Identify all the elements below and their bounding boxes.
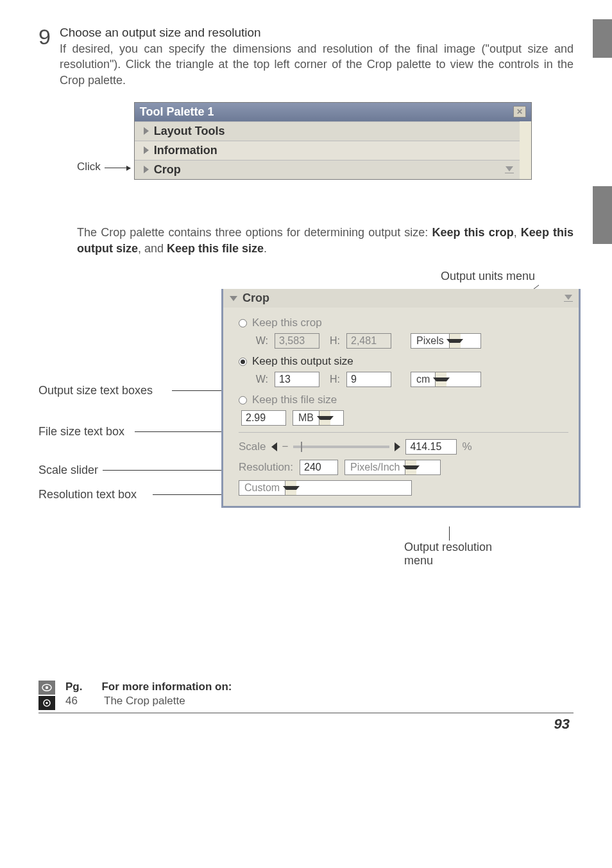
- footer-col-pg: Pg.: [65, 681, 82, 693]
- footer: Pg. For more information on: 46 The Crop…: [38, 681, 574, 713]
- chevron-right-icon: [144, 127, 149, 135]
- section-label: Layout Tools: [154, 125, 225, 138]
- w-label: W:: [254, 374, 268, 385]
- step-title: Choose an output size and resolution: [60, 26, 574, 40]
- text-bold: Keep this file size: [167, 242, 264, 255]
- h-label: H:: [326, 335, 340, 347]
- scale-percent: %: [462, 440, 472, 453]
- triangle-left-icon[interactable]: [271, 442, 277, 451]
- footer-col-info: For more information on:: [101, 681, 232, 693]
- crop-height-field[interactable]: 2,481: [346, 333, 391, 349]
- radio-icon: [239, 396, 247, 404]
- annotation-line: [103, 470, 228, 471]
- crop-units-select[interactable]: Pixels: [411, 333, 481, 349]
- output-units-select[interactable]: cm: [411, 372, 481, 387]
- footer-row-pg: 46: [65, 695, 85, 707]
- radio-keep-output-size[interactable]: Keep this output size: [239, 355, 568, 368]
- scale-row: Scale − 414.15 %: [239, 439, 568, 455]
- h-label: H:: [326, 374, 340, 385]
- crop-width-field[interactable]: 3,583: [275, 333, 319, 349]
- section-label: Crop: [154, 163, 181, 177]
- text: ,: [514, 226, 521, 239]
- annotation-arrow: [105, 168, 130, 168]
- side-tab: [593, 186, 612, 244]
- resolution-label: Resolution:: [239, 461, 293, 474]
- chevron-down-icon: [319, 411, 330, 425]
- click-annotation: Click: [77, 161, 101, 180]
- section-label: Information: [154, 144, 217, 157]
- radio-icon: [239, 358, 247, 366]
- divider: [239, 432, 568, 433]
- triangle-right-icon[interactable]: [395, 442, 400, 451]
- radio-label: Keep this output size: [252, 355, 353, 368]
- radio-keep-file-size[interactable]: Keep this file size: [239, 394, 568, 406]
- text: .: [264, 242, 267, 255]
- select-value: MB: [293, 412, 319, 424]
- anno-resolution-box: Resolution text box: [38, 488, 137, 501]
- page-number: 93: [38, 716, 574, 733]
- anno-output-size-boxes: Output size text boxes: [38, 384, 153, 397]
- body-paragraph: The Crop palette contains three options …: [77, 225, 574, 257]
- scale-label: Scale: [239, 440, 266, 453]
- select-value: Pixels: [411, 335, 449, 347]
- file-size-field[interactable]: 2.99: [241, 410, 286, 426]
- chevron-down-icon: [435, 372, 446, 386]
- chevron-down-icon: [230, 296, 237, 301]
- scale-slider[interactable]: [293, 446, 389, 448]
- anno-scale-slider: Scale slider: [38, 464, 98, 477]
- select-value: Pixels/Inch: [345, 462, 405, 473]
- chevron-right-icon: [144, 166, 149, 173]
- close-icon[interactable]: ✕: [513, 106, 526, 117]
- svg-point-5: [46, 702, 48, 704]
- scale-value-field[interactable]: 414.15: [405, 439, 457, 455]
- chevron-right-icon: [144, 146, 149, 154]
- tool-palette-window: Tool Palette 1 ✕ Layout Tools Informatio…: [134, 102, 532, 180]
- svg-point-3: [46, 686, 48, 689]
- text: The Crop palette contains three options …: [77, 226, 432, 239]
- radio-label: Keep this file size: [252, 394, 337, 406]
- output-height-field[interactable]: 9: [346, 372, 391, 387]
- section-information[interactable]: Information: [135, 141, 520, 160]
- step-row: 9 Choose an output size and resolution I…: [38, 26, 574, 88]
- radio-keep-this-crop[interactable]: Keep this crop: [239, 317, 568, 329]
- chevron-down-icon: [449, 334, 461, 348]
- step-body: If desired, you can specify the dimensio…: [60, 41, 574, 88]
- radio-label: Keep this crop: [252, 317, 322, 329]
- preset-select[interactable]: Custom: [239, 480, 412, 496]
- section-crop[interactable]: Crop: [135, 160, 520, 179]
- text: , and: [138, 242, 167, 255]
- annotation-line: [449, 526, 450, 541]
- section-label: Crop: [242, 291, 269, 305]
- footer-row-info: The Crop palette: [104, 695, 185, 707]
- select-value: Custom: [239, 482, 285, 494]
- chevron-down-icon: [405, 460, 416, 474]
- annotation-line: [153, 494, 228, 495]
- crop-panel-header[interactable]: Crop: [223, 289, 579, 308]
- side-tab: [593, 19, 612, 58]
- anno-output-units: Output units menu: [441, 270, 535, 283]
- file-size-units-select[interactable]: MB: [293, 410, 344, 426]
- crop-panel: Crop Keep this crop W: 3,583 H: 2,481: [221, 289, 581, 508]
- radio-icon: [239, 319, 247, 327]
- collapse-icon[interactable]: [562, 293, 575, 302]
- output-width-field[interactable]: 13: [275, 372, 319, 387]
- anno-file-size-box: File size text box: [38, 425, 124, 438]
- window-title: Tool Palette 1: [140, 105, 214, 119]
- collapse-icon[interactable]: [503, 164, 516, 173]
- chevron-down-icon: [285, 481, 296, 495]
- w-label: W:: [254, 335, 268, 347]
- titlebar[interactable]: Tool Palette 1 ✕: [135, 103, 531, 121]
- step-number: 9: [38, 26, 51, 48]
- icon-box: [38, 681, 55, 695]
- anno-output-res-menu: Output resolution menu: [404, 541, 492, 568]
- select-value: cm: [411, 374, 435, 385]
- text-bold: Keep this crop: [432, 226, 513, 239]
- icon-box: [38, 696, 55, 710]
- resolution-field[interactable]: 240: [300, 460, 338, 475]
- resolution-units-select[interactable]: Pixels/Inch: [344, 460, 441, 475]
- section-layout-tools[interactable]: Layout Tools: [135, 121, 520, 141]
